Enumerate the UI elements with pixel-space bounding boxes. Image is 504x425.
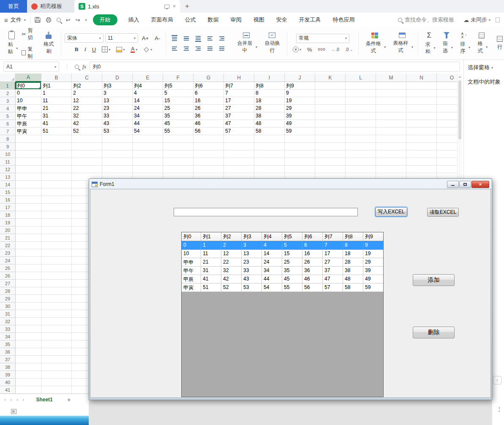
cell-M1[interactable] xyxy=(376,82,406,90)
cell-E5[interactable]: 34 xyxy=(133,112,163,120)
row-header-34[interactable]: 34 xyxy=(0,333,16,341)
form-grid-header-9[interactable]: 列9 xyxy=(363,232,384,241)
cell-I7[interactable]: 58 xyxy=(254,128,285,135)
cell-B31[interactable] xyxy=(41,310,72,318)
row-header-39[interactable]: 39 xyxy=(0,371,16,379)
number-format-select[interactable]: 常规 ▾ xyxy=(296,34,349,43)
cell-I1[interactable]: 列8 xyxy=(254,82,285,90)
font-name-select[interactable]: 宋体 ▾ xyxy=(65,33,104,43)
row-header-8[interactable]: 8 xyxy=(0,135,16,143)
selection-pane-button[interactable]: 选择窗格 ▾ xyxy=(464,60,504,73)
cell-G10[interactable] xyxy=(193,150,224,158)
cell-C6[interactable]: 42 xyxy=(72,120,102,128)
form-grid-cell-2-1[interactable]: 21 xyxy=(201,258,221,267)
cell-C1[interactable]: 列2 xyxy=(72,82,102,90)
zoom-formula-icon[interactable] xyxy=(75,65,79,69)
column-header-I[interactable]: I xyxy=(254,74,285,82)
row-header-35[interactable]: 35 xyxy=(0,341,16,348)
cell-B40[interactable] xyxy=(41,379,72,386)
cell-L11[interactable] xyxy=(346,158,376,166)
form-grid-cell-1-2[interactable]: 12 xyxy=(221,250,242,258)
increase-font-button[interactable]: A+ xyxy=(140,35,151,42)
cell-B41[interactable] xyxy=(41,386,72,394)
cell-C8[interactable] xyxy=(72,135,102,143)
underline-button[interactable]: U xyxy=(90,46,98,53)
cell-D3[interactable]: 13 xyxy=(102,97,133,105)
increase-indent-button[interactable] xyxy=(217,35,227,42)
cell-F1[interactable]: 列5 xyxy=(163,82,193,90)
cell-A23[interactable] xyxy=(16,249,41,257)
cell-A12[interactable] xyxy=(16,166,41,173)
cell-H11[interactable] xyxy=(224,158,254,166)
cell-G7[interactable]: 56 xyxy=(193,128,224,135)
form-grid-header-2[interactable]: 列2 xyxy=(221,232,242,241)
cell-B26[interactable] xyxy=(41,272,72,280)
distribute-button[interactable] xyxy=(217,45,227,52)
cell-B23[interactable] xyxy=(41,249,72,257)
form-grid-header-8[interactable]: 列8 xyxy=(343,232,363,241)
cell-C12[interactable] xyxy=(72,166,102,173)
cell-B32[interactable] xyxy=(41,318,72,325)
form-grid-cell-0-0[interactable]: 0 xyxy=(182,241,201,250)
row-header-18[interactable]: 18 xyxy=(0,211,16,219)
form-grid-cell-0-2[interactable]: 2 xyxy=(221,241,242,250)
form-grid-cell-5-4[interactable]: 54 xyxy=(262,283,282,292)
row-header-38[interactable]: 38 xyxy=(0,363,16,371)
page-layout-status-icon[interactable] xyxy=(11,409,16,414)
cell-K5[interactable] xyxy=(315,112,346,120)
cell-M10[interactable] xyxy=(376,150,406,158)
first-sheet-arrow-icon[interactable]: ‹ xyxy=(4,396,6,403)
currency-format-button[interactable]: ¥▾ xyxy=(291,46,303,53)
cell-K1[interactable] xyxy=(315,82,346,90)
cell-J1[interactable]: 列9 xyxy=(285,82,315,90)
cell-D4[interactable]: 23 xyxy=(102,105,133,112)
cell-H2[interactable]: 7 xyxy=(224,90,254,97)
cell-A40[interactable] xyxy=(16,379,41,386)
cell-B22[interactable] xyxy=(41,242,72,249)
column-header-L[interactable]: L xyxy=(346,74,376,82)
file-menu-caret-icon[interactable]: ▾ xyxy=(24,18,26,22)
cell-I12[interactable] xyxy=(254,166,285,173)
cell-E12[interactable] xyxy=(133,166,163,173)
form-grid-cell-0-7[interactable]: 7 xyxy=(323,241,343,250)
cell-H5[interactable]: 37 xyxy=(224,112,254,120)
cell-A28[interactable] xyxy=(16,287,41,295)
form-grid-cell-4-1[interactable]: 41 xyxy=(201,275,221,283)
cell-B35[interactable] xyxy=(41,341,72,348)
cell-B10[interactable] xyxy=(41,150,72,158)
cell-C4[interactable]: 22 xyxy=(72,105,102,112)
row-header-25[interactable]: 25 xyxy=(0,264,16,272)
cell-D1[interactable]: 列3 xyxy=(102,82,133,90)
cell-D2[interactable]: 3 xyxy=(102,90,133,97)
cell-N5[interactable] xyxy=(406,112,437,120)
cell-M9[interactable] xyxy=(376,143,406,150)
cell-G5[interactable]: 36 xyxy=(193,112,224,120)
paste-button[interactable]: 粘贴▾ xyxy=(4,30,19,56)
cell-B4[interactable]: 21 xyxy=(41,105,72,112)
cell-B8[interactable] xyxy=(41,135,72,143)
row-header-41[interactable]: 41 xyxy=(0,386,16,394)
rows-columns-button[interactable]: 行 xyxy=(496,35,503,52)
cut-button[interactable]: ✂ 剪切 xyxy=(22,27,37,41)
cell-N3[interactable] xyxy=(406,97,437,105)
form-grid-header-1[interactable]: 列1 xyxy=(201,232,221,241)
cell-O11[interactable] xyxy=(437,158,457,166)
form-grid-cell-0-6[interactable]: 6 xyxy=(302,241,323,250)
sync-status[interactable]: ☁ 未同步 ▾ xyxy=(463,16,490,24)
form-grid-cell-3-7[interactable]: 37 xyxy=(323,267,343,275)
cell-A39[interactable] xyxy=(16,371,41,379)
cell-A31[interactable] xyxy=(16,310,41,318)
row-header-11[interactable]: 11 xyxy=(0,158,16,166)
filter-button[interactable]: 筛选▾ xyxy=(439,31,454,55)
docer-template-tab[interactable]: 稻壳模板 xyxy=(27,0,74,13)
cell-A36[interactable] xyxy=(16,348,41,356)
formula-input[interactable]: 列0 xyxy=(90,62,460,72)
cell-M6[interactable] xyxy=(376,120,406,128)
form-grid-cell-4-8[interactable]: 48 xyxy=(343,275,363,283)
row-header-7[interactable]: 7 xyxy=(0,128,16,135)
cell-G8[interactable] xyxy=(193,135,224,143)
cell-G6[interactable]: 46 xyxy=(193,120,224,128)
cell-O8[interactable] xyxy=(437,135,457,143)
cell-A37[interactable] xyxy=(16,356,41,363)
conditional-format-button[interactable]: 条件格式▾ xyxy=(362,32,387,55)
